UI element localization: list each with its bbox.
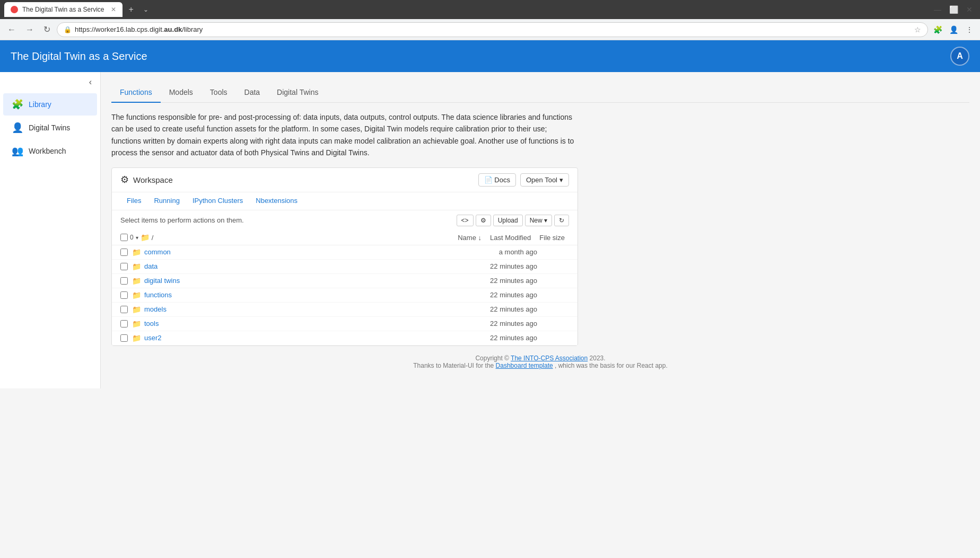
content-area: ‹ 🧩 Library 👤 Digital Twins 👥 Workbench … (0, 72, 980, 388)
file-modified: 22 minutes ago (474, 305, 537, 313)
back-btn[interactable]: ← (4, 23, 19, 37)
footer: Copyright © The INTO-CPS Association 202… (111, 346, 969, 378)
file-name[interactable]: common (144, 248, 474, 256)
sidebar-label-library: Library (29, 100, 51, 109)
browser-nav: ← → ↻ 🔒 https://worker16.lab.cps.digit.a… (0, 19, 980, 40)
tab-digital-twins[interactable]: Digital Twins (268, 83, 327, 103)
col-header-name[interactable]: Name ↓ (453, 233, 486, 243)
file-modified: 22 minutes ago (474, 277, 537, 285)
close-window-btn[interactable]: ✕ (963, 3, 976, 16)
refresh-btn[interactable]: ↻ (554, 215, 569, 226)
tab-functions[interactable]: Functions (111, 83, 161, 103)
file-name[interactable]: digital twins (144, 277, 474, 285)
file-list: 📁 common a month ago 📁 data 22 minutes a… (112, 245, 578, 346)
file-checkbox[interactable] (120, 334, 128, 342)
sidebar-item-workbench[interactable]: 👥 Workbench (3, 140, 97, 162)
upload-btn[interactable]: Upload (493, 215, 523, 226)
file-name[interactable]: user2 (144, 334, 474, 342)
tab-close-btn[interactable]: ✕ (111, 6, 116, 13)
minimize-btn[interactable]: — (931, 3, 944, 16)
file-name[interactable]: data (144, 262, 474, 270)
tab-models[interactable]: Models (161, 83, 202, 103)
browser-toolbar: 🧩 👤 ⋮ (931, 23, 976, 36)
bookmark-icon[interactable]: ☆ (914, 25, 921, 34)
workspace-panel: ⚙ Workspace 📄 Docs Open Tool ▾ FilesRunn… (111, 167, 578, 346)
forward-btn[interactable]: → (22, 23, 37, 37)
profile-icon[interactable]: 👤 (947, 23, 960, 36)
sidebar-toggle-area: ‹ (0, 72, 100, 92)
file-modified: 22 minutes ago (474, 262, 537, 270)
column-headers: Name ↓Last ModifiedFile size (453, 233, 569, 243)
col-header-last-modified[interactable]: Last Modified (486, 233, 535, 243)
tab-favicon (11, 6, 18, 13)
code-view-btn[interactable]: <> (457, 215, 474, 226)
address-bar[interactable]: 🔒 https://worker16.lab.cps.digit.au.dk/l… (57, 22, 928, 37)
extensions-icon[interactable]: 🧩 (931, 23, 944, 36)
open-tool-btn[interactable]: Open Tool ▾ (520, 173, 569, 187)
settings-btn[interactable]: ⚙ (476, 215, 491, 226)
sidebar-item-digital-twins[interactable]: 👤 Digital Twins (3, 117, 97, 139)
file-browser-action-btns: <> ⚙ Upload New ▾ ↻ (457, 215, 569, 226)
current-path: / (152, 234, 154, 242)
file-modified: 22 minutes ago (474, 334, 537, 342)
file-name[interactable]: models (144, 305, 474, 313)
file-checkbox[interactable] (120, 291, 128, 299)
maximize-btn[interactable]: ⬜ (947, 3, 960, 16)
folder-icon: 📁 (132, 248, 141, 256)
file-checkbox[interactable] (120, 277, 128, 285)
main-content: FunctionsModelsToolsDataDigital Twins Th… (101, 72, 980, 388)
tab-list-btn[interactable]: ⌄ (140, 6, 152, 13)
breadcrumb-row: 0 ▾ 📁 / Name ↓Last ModifiedFile size (112, 231, 578, 245)
workspace-tabs: FilesRunningIPython ClustersNbextensions (112, 192, 578, 210)
footer-thanks: Thanks to Material-UI for the (413, 362, 495, 369)
new-btn[interactable]: New ▾ (525, 215, 552, 226)
file-checkbox[interactable] (120, 306, 128, 313)
col-header-file-size[interactable]: File size (535, 233, 569, 243)
browser-tab[interactable]: The Digital Twin as a Service ✕ (4, 2, 122, 17)
count-dropdown-icon[interactable]: ▾ (136, 235, 138, 241)
footer-association-link[interactable]: The INTO-CPS Association (511, 355, 588, 362)
tab-tools[interactable]: Tools (202, 83, 236, 103)
table-row: 📁 functions 22 minutes ago (112, 288, 578, 303)
file-browser-toolbar: Select items to perform actions on them.… (112, 210, 578, 231)
table-row: 📁 models 22 minutes ago (112, 303, 578, 317)
tab-data[interactable]: Data (236, 83, 269, 103)
file-name[interactable]: tools (144, 320, 474, 327)
table-row: 📁 tools 22 minutes ago (112, 317, 578, 331)
file-checkbox[interactable] (120, 249, 128, 256)
file-checkbox[interactable] (120, 263, 128, 270)
sidebar-toggle-btn[interactable]: ‹ (89, 77, 92, 87)
sidebar-item-library[interactable]: 🧩 Library (3, 93, 97, 116)
footer-dashboard-link[interactable]: Dashboard template (496, 362, 553, 369)
url-display: https://worker16.lab.cps.digit.au.dk/lib… (75, 25, 911, 33)
ws-tab-running[interactable]: Running (147, 192, 186, 210)
file-checkbox[interactable] (120, 320, 128, 327)
user-avatar[interactable]: A (950, 47, 969, 66)
browser-chrome: The Digital Twin as a Service ✕ + ⌄ — ⬜ … (0, 0, 980, 19)
footer-year: 2023. (590, 355, 606, 362)
workspace-title-text: Workspace (133, 175, 173, 184)
folder-icon: 📁 (132, 334, 141, 342)
sidebar-icon-workbench: 👥 (12, 145, 23, 157)
select-all-checkbox[interactable] (120, 234, 128, 241)
folder-icon: 📁 (132, 277, 141, 285)
sidebar-label-digital-twins: Digital Twins (29, 123, 70, 132)
file-modified: 22 minutes ago (474, 320, 537, 327)
topbar: The Digital Twin as a Service A (0, 40, 980, 72)
workspace-icon: ⚙ (120, 174, 129, 185)
file-name[interactable]: functions (144, 291, 474, 299)
ws-tab-nbextensions[interactable]: Nbextensions (249, 192, 304, 210)
more-icon[interactable]: ⋮ (963, 23, 976, 36)
ws-tab-ipython-clusters[interactable]: IPython Clusters (186, 192, 249, 210)
table-row: 📁 data 22 minutes ago (112, 260, 578, 274)
docs-btn[interactable]: 📄 Docs (478, 173, 516, 187)
footer-thanks-end: , which was the basis for our React app. (555, 362, 668, 369)
functions-description: The functions responsible for pre- and p… (111, 111, 578, 159)
ws-tab-files[interactable]: Files (120, 192, 147, 210)
new-tab-btn[interactable]: + (126, 5, 137, 14)
file-modified: 22 minutes ago (474, 291, 537, 299)
sidebar-icon-digital-twins: 👤 (12, 122, 23, 134)
sidebar-nav: 🧩 Library 👤 Digital Twins 👥 Workbench (0, 92, 100, 163)
item-count: 0 (130, 234, 134, 241)
reload-btn[interactable]: ↻ (40, 22, 54, 37)
